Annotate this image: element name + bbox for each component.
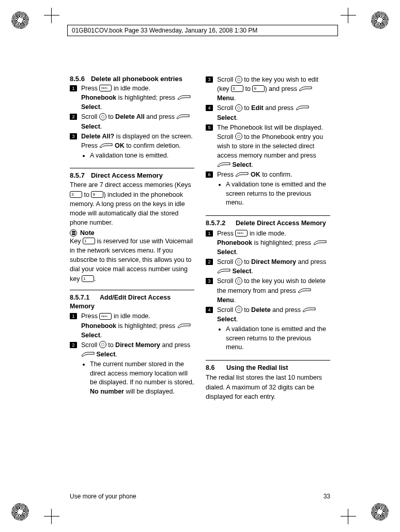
step-item: 4 Scroll to Delete and press Select. A v… (206, 305, 330, 354)
nav-ring-icon (99, 113, 106, 120)
menu-key-icon (235, 230, 248, 237)
key-3-icon: 3 (231, 85, 243, 92)
key-1-icon: 1 (83, 238, 95, 244)
note-heading: Note (70, 229, 194, 237)
step-item: 3 Scroll to the key you wish to delete t… (206, 276, 330, 304)
nav-ring-icon (235, 277, 242, 285)
nav-ring-icon (235, 306, 242, 313)
step-number-badge: 4 (206, 105, 213, 111)
note-icon (70, 229, 77, 237)
running-header: 01GB01COV.book Page 33 Wednesday, Januar… (67, 25, 338, 36)
heading-86: 8.6Using the Redial list (206, 364, 330, 372)
step-item: 1 Press in idle mode. Phonebook is highl… (70, 311, 194, 339)
divider (206, 360, 330, 361)
nav-ring-icon (235, 133, 242, 140)
step-number-badge: 1 (206, 230, 213, 237)
nav-ring-icon (235, 76, 242, 83)
softkey-icon (99, 143, 113, 148)
key-3-icon: 3 (70, 191, 82, 198)
registration-mark-icon (11, 11, 29, 29)
softkey-icon (176, 114, 190, 119)
nav-ring-icon (235, 104, 242, 112)
nav-ring-icon (235, 258, 242, 265)
step-number-badge: 5 (206, 124, 213, 131)
step-number-badge: 1 (70, 313, 77, 319)
softkey-icon (217, 268, 230, 274)
step-item: 1 Press in idle mode. Phonebook is highl… (206, 229, 330, 257)
softkey-icon (177, 323, 191, 328)
divider (70, 290, 194, 290)
softkey-icon (313, 240, 327, 245)
step-number-badge: 2 (70, 114, 77, 120)
step-item: 3 Delete All? is displayed on the screen… (70, 132, 194, 163)
registration-mark-icon (371, 503, 389, 521)
heading-856: 8.5.6Delete all phonebook entries (70, 75, 194, 83)
step-number-badge: 6 (206, 171, 213, 178)
softkey-icon (235, 171, 249, 177)
key-9-icon: 9 (91, 191, 103, 198)
step-number-badge: 2 (206, 259, 213, 265)
step-number-badge: 1 (70, 85, 77, 91)
key-1-icon: 1 (82, 275, 94, 282)
cropmark-icon (41, 5, 62, 26)
paragraph: The redial list stores the last 10 numbe… (206, 373, 330, 401)
softkey-icon (298, 288, 311, 293)
softkey-icon (299, 86, 312, 91)
step-item: 6 Press OK to confirm. A validation tone… (206, 170, 330, 210)
bullet-item: The current number stored in the direct … (90, 360, 194, 396)
note-body: Key 1 is reserved for use with Voicemail… (70, 237, 194, 284)
softkey-icon (81, 351, 95, 357)
step-number-badge: 3 (70, 133, 77, 139)
heading-8572: 8.5.7.2Delete Direct Access Memory (206, 219, 330, 228)
footer-section-label: Use more of your phone (70, 493, 136, 500)
registration-mark-icon (371, 11, 389, 29)
softkey-icon (217, 162, 230, 167)
step-item: 2 Scroll to Direct Memory and press Sele… (70, 340, 194, 398)
softkey-icon (302, 307, 316, 312)
divider (70, 168, 194, 168)
cropmark-icon (338, 506, 359, 527)
menu-key-icon (99, 85, 112, 91)
paragraph: There are 7 direct access memories (Keys… (70, 180, 194, 227)
bullet-item: A validation tone is emitted and the scr… (226, 180, 330, 208)
step-number-badge: 3 (206, 76, 213, 83)
step-number-badge: 2 (70, 342, 77, 348)
step-item: 2 Scroll to Delete All and press Select. (70, 112, 194, 131)
step-number-badge: 4 (206, 307, 213, 313)
heading-857: 8.5.7Direct Access Memory (70, 171, 194, 179)
step-item: 4 Scroll to Edit and press Select. (206, 103, 330, 122)
softkey-icon (296, 105, 309, 111)
left-column: 8.5.6Delete all phonebook entries 1 Pres… (70, 75, 194, 491)
nav-ring-icon (99, 341, 106, 348)
footer-page-number: 33 (324, 493, 330, 500)
softkey-icon (177, 95, 191, 100)
cropmark-icon (338, 5, 359, 26)
bullet-item: A validation tone is emitted. (90, 151, 194, 161)
menu-key-icon (99, 313, 112, 320)
step-item: 1 Press in idle mode. Phonebook is highl… (70, 84, 194, 112)
right-column: 3 Scroll to the key you wish to edit (ke… (206, 75, 330, 491)
cropmark-icon (41, 506, 62, 527)
divider (206, 215, 330, 216)
step-item: 2 Scroll to Direct Memory and press Sele… (206, 257, 330, 276)
registration-mark-icon (11, 503, 29, 521)
step-item: 5 The Phonebook list will be displayed. … (206, 123, 330, 170)
step-item: 3 Scroll to the key you wish to edit (ke… (206, 75, 330, 103)
key-9-icon: 9 (252, 85, 265, 92)
bullet-item: A validation tone is emitted and the scr… (226, 325, 330, 352)
heading-8571: 8.5.7.1Add/Edit Direct Access Memory (70, 293, 194, 311)
step-number-badge: 3 (206, 278, 213, 284)
